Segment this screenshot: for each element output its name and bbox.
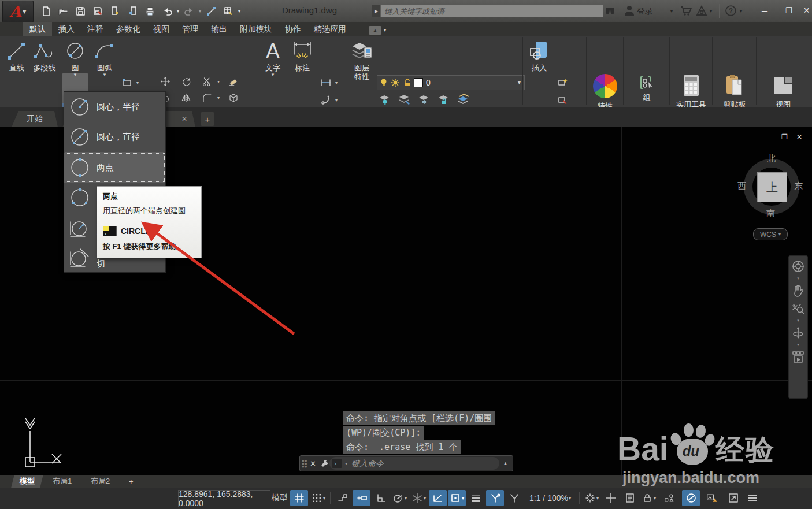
rectangle-tool-icon[interactable]: [120, 76, 134, 89]
properties-panel-button[interactable]: 特性: [587, 74, 623, 110]
trim-icon[interactable]: [200, 75, 214, 88]
layer-lock-icon[interactable]: [437, 94, 450, 105]
model-space-toggle[interactable]: 模型: [270, 490, 289, 506]
search-input[interactable]: [380, 5, 603, 17]
save-as-button[interactable]: [90, 3, 105, 18]
object-snap-toggle[interactable]: ▾: [448, 490, 466, 506]
isolate-objects-control[interactable]: [659, 490, 681, 506]
menu-item-two-points[interactable]: 两点: [64, 153, 165, 183]
undo-button[interactable]: [160, 3, 175, 18]
customization-menu[interactable]: [743, 490, 761, 506]
create-block-icon[interactable]: [556, 76, 570, 89]
erase-icon[interactable]: [227, 75, 240, 88]
tab-manage[interactable]: 管理: [176, 22, 205, 36]
layer-properties-button[interactable]: 图层特性: [348, 38, 376, 94]
view-panel-button[interactable]: 视图: [757, 74, 809, 109]
a360-icon[interactable]: [695, 5, 708, 17]
tab-annotate[interactable]: 注释: [81, 22, 110, 36]
linear-dimension-icon[interactable]: [319, 76, 333, 89]
fillet-icon[interactable]: [200, 91, 214, 104]
tab-output[interactable]: 输出: [205, 22, 233, 36]
doc-restore-button[interactable]: ❐: [781, 133, 788, 141]
annotation-scale-control[interactable]: 1:1 / 100%▾: [524, 490, 576, 506]
line-button[interactable]: 直线: [3, 38, 30, 94]
layer-dropdown-arrow[interactable]: ▼: [517, 80, 522, 86]
rectangle-dropdown-arrow[interactable]: ▾: [136, 80, 139, 86]
maximize-button[interactable]: ❐: [779, 6, 799, 15]
lineweight-toggle[interactable]: [467, 490, 485, 506]
leader-dropdown-arrow[interactable]: ▾: [335, 98, 338, 103]
layer-change-icon[interactable]: [457, 94, 470, 105]
viewcube-up-face[interactable]: 上: [757, 172, 787, 202]
tab-addins[interactable]: 附加模块: [233, 22, 279, 36]
layout2-tab[interactable]: 布局2: [83, 475, 118, 488]
utilities-panel-button[interactable]: 实用工具: [670, 74, 712, 109]
store-cart-icon[interactable]: [680, 5, 692, 17]
minimize-button[interactable]: ─: [755, 6, 774, 16]
transfer-out-button[interactable]: [107, 3, 123, 18]
wcs-selector[interactable]: WCS▾: [753, 228, 788, 240]
ortho-toggle[interactable]: [372, 490, 390, 506]
command-line-bar[interactable]: ●●●●●● ✕ ›_ ▾ ▲: [299, 455, 513, 471]
help-icon[interactable]: ?: [725, 5, 737, 17]
print-button[interactable]: [142, 3, 157, 18]
layout1-tab[interactable]: 布局1: [45, 475, 80, 488]
doc-minimize-button[interactable]: ─: [767, 133, 773, 142]
close-button[interactable]: ✕: [801, 6, 812, 15]
viewcube-east[interactable]: 东: [794, 181, 803, 192]
menu-item-center-radius[interactable]: 圆心，半径: [64, 92, 165, 122]
viewcube-north[interactable]: 北: [767, 153, 776, 164]
save-button[interactable]: [73, 3, 88, 18]
doc-close-button[interactable]: ✕: [796, 133, 802, 141]
customize-wrench-icon[interactable]: [320, 459, 329, 468]
show-motion-icon[interactable]: [791, 350, 805, 364]
ribbon-collapse-control[interactable]: ▲▾: [369, 26, 386, 35]
dynamic-input-toggle[interactable]: [353, 490, 370, 506]
sign-in-dropdown-arrow[interactable]: ▾: [670, 9, 673, 14]
pan-hand-icon[interactable]: [791, 284, 805, 298]
tab-home[interactable]: 默认: [23, 22, 52, 36]
selection-cycling-toggle[interactable]: [486, 490, 504, 506]
leader-icon[interactable]: [319, 94, 333, 106]
linear-dimension-dropdown-arrow[interactable]: ▾: [335, 80, 338, 86]
new-file-button[interactable]: [38, 3, 53, 18]
edit-block-icon[interactable]: [556, 94, 570, 106]
trim-dropdown-arrow[interactable]: ▾: [217, 79, 220, 84]
quick-properties-toggle[interactable]: [621, 490, 639, 506]
zoom-icon[interactable]: [791, 302, 805, 315]
layer-make-current-icon[interactable]: [398, 94, 411, 105]
undo-dropdown-arrow[interactable]: ▾: [177, 9, 179, 14]
insert-block-button[interactable]: 插入: [526, 38, 553, 94]
command-input[interactable]: [350, 458, 499, 469]
open-file-button[interactable]: [55, 3, 71, 18]
qat-customize-arrow[interactable]: ▾: [238, 9, 240, 14]
measure-button[interactable]: [203, 3, 218, 18]
polyline-button[interactable]: 多段线: [31, 38, 58, 94]
workspace-switching-control[interactable]: ▾: [583, 490, 600, 506]
text-button[interactable]: A 文字: [260, 38, 286, 94]
help-dropdown-arrow[interactable]: ▾: [740, 9, 742, 14]
viewcube-south[interactable]: 南: [766, 208, 775, 219]
new-layout-button[interactable]: +: [122, 475, 140, 488]
infer-constraints-toggle[interactable]: [333, 490, 351, 506]
sheet-set-button[interactable]: [221, 3, 236, 18]
explode-icon[interactable]: [227, 91, 240, 104]
annotation-visibility-toggle[interactable]: [505, 490, 523, 506]
annotation-monitor-crosshair[interactable]: [602, 490, 620, 506]
menu-item-center-diameter[interactable]: 圆心，直径: [64, 122, 165, 152]
layer-freeze-icon[interactable]: [418, 94, 431, 105]
orbit-dropdown-arrow[interactable]: ▾: [797, 344, 799, 346]
polar-tracking-toggle[interactable]: ▾: [391, 490, 409, 506]
tab-insert[interactable]: 插入: [52, 22, 81, 36]
fillet-dropdown-arrow[interactable]: ▾: [217, 95, 220, 101]
clean-screen-toggle[interactable]: [724, 490, 742, 506]
group-panel-button[interactable]: 组: [624, 75, 669, 102]
search-caret-icon[interactable]: ▶: [372, 5, 380, 17]
command-history-toggle-arrow[interactable]: ▲: [503, 460, 508, 466]
transfer-in-button[interactable]: [125, 3, 140, 18]
grid-toggle[interactable]: [290, 490, 308, 506]
command-bar-close-icon[interactable]: ✕: [310, 459, 316, 468]
arc-button[interactable]: 圆弧: [91, 38, 118, 94]
annotation-monitor-toggle[interactable]: [701, 490, 723, 506]
object-snap-tracking-toggle[interactable]: [429, 490, 447, 506]
